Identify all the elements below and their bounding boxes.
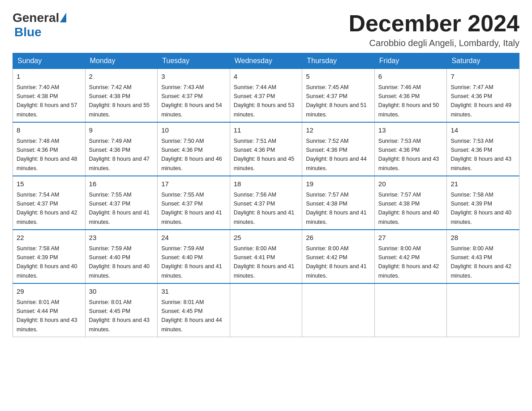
weekday-header-wednesday: Wednesday [230,53,302,69]
day-info: Sunrise: 7:54 AMSunset: 4:37 PMDaylight:… [17,192,77,225]
day-info: Sunrise: 7:44 AMSunset: 4:37 PMDaylight:… [234,84,295,118]
calendar-day-cell: 18 Sunrise: 7:56 AMSunset: 4:37 PMDaylig… [230,176,302,230]
day-info: Sunrise: 7:59 AMSunset: 4:40 PMDaylight:… [161,245,222,279]
day-info: Sunrise: 7:51 AMSunset: 4:36 PMDaylight:… [234,138,295,171]
weekday-header-saturday: Saturday [447,53,519,69]
calendar-day-cell: 2 Sunrise: 7:42 AMSunset: 4:38 PMDayligh… [85,69,158,123]
day-info: Sunrise: 7:58 AMSunset: 4:39 PMDaylight:… [450,192,511,225]
logo-triangle-icon [60,13,66,22]
calendar-day-cell: 20 Sunrise: 7:57 AMSunset: 4:38 PMDaylig… [374,176,447,230]
day-number: 24 [161,233,226,243]
weekday-header-sunday: Sunday [13,53,86,69]
day-info: Sunrise: 7:45 AMSunset: 4:37 PMDaylight:… [306,84,367,118]
day-info: Sunrise: 8:00 AMSunset: 4:43 PMDaylight:… [450,245,511,279]
day-number: 23 [89,233,154,243]
day-info: Sunrise: 8:00 AMSunset: 4:42 PMDaylight:… [306,245,367,279]
weekday-header-row: SundayMondayTuesdayWednesdayThursdayFrid… [13,53,519,69]
calendar-day-cell [230,283,302,337]
day-info: Sunrise: 8:01 AMSunset: 4:44 PMDaylight:… [17,299,77,333]
calendar-day-cell: 12 Sunrise: 7:52 AMSunset: 4:36 PMDaylig… [302,122,375,176]
day-info: Sunrise: 8:00 AMSunset: 4:41 PMDaylight:… [234,245,295,279]
month-title: December 2024 [348,11,519,36]
calendar-day-cell: 13 Sunrise: 7:53 AMSunset: 4:36 PMDaylig… [374,122,447,176]
day-info: Sunrise: 7:55 AMSunset: 4:37 PMDaylight:… [161,192,222,225]
day-info: Sunrise: 7:57 AMSunset: 4:38 PMDaylight:… [378,192,439,225]
day-number: 3 [161,72,226,82]
day-number: 22 [17,233,82,243]
logo: General Blue [13,11,66,39]
calendar-day-cell: 14 Sunrise: 7:53 AMSunset: 4:36 PMDaylig… [447,122,519,176]
day-info: Sunrise: 7:59 AMSunset: 4:40 PMDaylight:… [89,245,150,279]
weekday-header-tuesday: Tuesday [158,53,230,69]
day-info: Sunrise: 7:40 AMSunset: 4:38 PMDaylight:… [17,84,77,118]
day-number: 30 [89,287,154,297]
day-info: Sunrise: 7:58 AMSunset: 4:39 PMDaylight:… [17,245,77,279]
logo-general-text: General [13,11,59,25]
day-info: Sunrise: 7:55 AMSunset: 4:37 PMDaylight:… [89,192,150,225]
calendar-week-row: 22 Sunrise: 7:58 AMSunset: 4:39 PMDaylig… [13,230,519,283]
day-number: 4 [234,72,299,82]
calendar-day-cell: 8 Sunrise: 7:48 AMSunset: 4:36 PMDayligh… [13,122,86,176]
calendar-day-cell: 23 Sunrise: 7:59 AMSunset: 4:40 PMDaylig… [85,230,158,283]
calendar-day-cell: 19 Sunrise: 7:57 AMSunset: 4:38 PMDaylig… [302,176,375,230]
location-title: Carobbio degli Angeli, Lombardy, Italy [348,38,519,48]
day-number: 8 [17,125,82,136]
calendar-day-cell: 26 Sunrise: 8:00 AMSunset: 4:42 PMDaylig… [302,230,375,283]
day-number: 6 [378,72,443,82]
day-info: Sunrise: 7:48 AMSunset: 4:36 PMDaylight:… [17,138,77,171]
day-number: 15 [17,179,82,189]
day-info: Sunrise: 7:47 AMSunset: 4:36 PMDaylight:… [450,84,511,118]
calendar-day-cell: 6 Sunrise: 7:46 AMSunset: 4:36 PMDayligh… [374,69,447,123]
calendar-day-cell: 28 Sunrise: 8:00 AMSunset: 4:43 PMDaylig… [447,230,519,283]
day-info: Sunrise: 7:52 AMSunset: 4:36 PMDaylight:… [306,138,367,171]
day-number: 26 [306,233,371,243]
calendar-day-cell: 16 Sunrise: 7:55 AMSunset: 4:37 PMDaylig… [85,176,158,230]
calendar-day-cell: 4 Sunrise: 7:44 AMSunset: 4:37 PMDayligh… [230,69,302,123]
title-block: December 2024 Carobbio degli Angeli, Lom… [348,11,519,48]
day-number: 14 [450,125,515,136]
day-info: Sunrise: 8:01 AMSunset: 4:45 PMDaylight:… [89,299,150,333]
calendar-day-cell: 25 Sunrise: 8:00 AMSunset: 4:41 PMDaylig… [230,230,302,283]
day-number: 13 [378,125,443,136]
calendar-week-row: 1 Sunrise: 7:40 AMSunset: 4:38 PMDayligh… [13,69,519,123]
calendar-day-cell [302,283,375,337]
weekday-header-friday: Friday [374,53,447,69]
calendar-day-cell [447,283,519,337]
calendar-day-cell: 17 Sunrise: 7:55 AMSunset: 4:37 PMDaylig… [158,176,230,230]
calendar-week-row: 15 Sunrise: 7:54 AMSunset: 4:37 PMDaylig… [13,176,519,230]
day-number: 9 [89,125,154,136]
day-info: Sunrise: 7:53 AMSunset: 4:36 PMDaylight:… [378,138,439,171]
day-number: 17 [161,179,226,189]
calendar-table: SundayMondayTuesdayWednesdayThursdayFrid… [13,53,519,337]
day-number: 11 [234,125,299,136]
weekday-header-thursday: Thursday [302,53,375,69]
day-number: 5 [306,72,371,82]
calendar-day-cell: 22 Sunrise: 7:58 AMSunset: 4:39 PMDaylig… [13,230,86,283]
day-info: Sunrise: 7:46 AMSunset: 4:36 PMDaylight:… [378,84,439,118]
day-info: Sunrise: 7:53 AMSunset: 4:36 PMDaylight:… [450,138,511,171]
day-info: Sunrise: 7:42 AMSunset: 4:38 PMDaylight:… [89,84,150,118]
calendar-day-cell: 29 Sunrise: 8:01 AMSunset: 4:44 PMDaylig… [13,283,86,337]
day-info: Sunrise: 8:00 AMSunset: 4:42 PMDaylight:… [378,245,439,279]
day-number: 25 [234,233,299,243]
calendar-day-cell: 31 Sunrise: 8:01 AMSunset: 4:45 PMDaylig… [158,283,230,337]
day-number: 20 [378,179,443,189]
calendar-week-row: 8 Sunrise: 7:48 AMSunset: 4:36 PMDayligh… [13,122,519,176]
day-info: Sunrise: 7:50 AMSunset: 4:36 PMDaylight:… [161,138,222,171]
calendar-day-cell: 9 Sunrise: 7:49 AMSunset: 4:36 PMDayligh… [85,122,158,176]
day-number: 21 [450,179,515,189]
calendar-day-cell: 24 Sunrise: 7:59 AMSunset: 4:40 PMDaylig… [158,230,230,283]
calendar-week-row: 29 Sunrise: 8:01 AMSunset: 4:44 PMDaylig… [13,283,519,337]
day-number: 28 [450,233,515,243]
day-number: 29 [17,287,82,297]
day-info: Sunrise: 7:43 AMSunset: 4:37 PMDaylight:… [161,84,222,118]
day-number: 16 [89,179,154,189]
calendar-day-cell: 5 Sunrise: 7:45 AMSunset: 4:37 PMDayligh… [302,69,375,123]
calendar-day-cell: 27 Sunrise: 8:00 AMSunset: 4:42 PMDaylig… [374,230,447,283]
day-info: Sunrise: 8:01 AMSunset: 4:45 PMDaylight:… [161,299,222,333]
day-number: 31 [161,287,226,297]
weekday-header-monday: Monday [85,53,158,69]
day-number: 2 [89,72,154,82]
calendar-day-cell [374,283,447,337]
page-header: General Blue December 2024 Carobbio degl… [13,11,519,48]
